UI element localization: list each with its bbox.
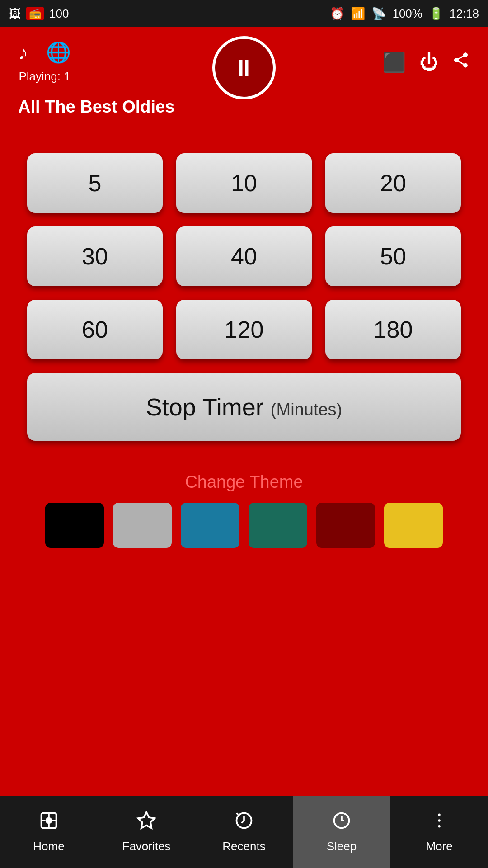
theme-swatch-yellow[interactable]	[384, 503, 443, 548]
battery-percent: 100%	[392, 7, 422, 21]
timer-btn-30[interactable]: 30	[27, 226, 163, 286]
timer-grid: 5 10 20 30 40 50 60 120 180	[27, 153, 461, 359]
home-icon	[39, 811, 59, 835]
timer-btn-180[interactable]: 180	[325, 300, 461, 359]
radio-icon: 📻	[26, 7, 44, 20]
theme-section: Change Theme	[0, 454, 488, 557]
svg-point-1	[46, 817, 52, 824]
theme-swatch-gray[interactable]	[113, 503, 172, 548]
nav-favorites[interactable]: Favorites	[98, 796, 195, 868]
stop-timer-main-label: Stop Timer	[146, 393, 264, 420]
music-note-icon: ♪	[18, 41, 28, 64]
theme-swatch-black[interactable]	[45, 503, 104, 548]
nav-more-label: More	[426, 840, 452, 854]
nav-favorites-label: Favorites	[122, 840, 171, 854]
timer-btn-20[interactable]: 20	[325, 153, 461, 213]
timer-btn-60[interactable]: 60	[27, 300, 163, 359]
photo-icon: 🖼	[9, 7, 21, 21]
nav-sleep-label: Sleep	[327, 840, 357, 854]
svg-point-11	[438, 825, 441, 828]
theme-swatch-blue[interactable]	[181, 503, 239, 548]
timer-btn-40[interactable]: 40	[176, 226, 312, 286]
nav-home-label: Home	[33, 840, 64, 854]
svg-point-9	[438, 813, 441, 816]
theme-swatch-teal[interactable]	[249, 503, 307, 548]
pause-icon: ⏸	[232, 56, 256, 80]
sleep-icon	[332, 811, 352, 835]
nav-more[interactable]: More	[390, 796, 488, 868]
globe-icon[interactable]: 🌐	[46, 41, 71, 64]
svg-point-10	[438, 819, 441, 822]
theme-swatch-darkred[interactable]	[316, 503, 375, 548]
top-left: ♪ 🌐 Playing: 1	[18, 41, 71, 84]
more-icon	[429, 811, 449, 835]
signal-count: 100	[49, 7, 69, 21]
status-bar: 🖼 📻 100 ⏰ 📶 📡 100% 🔋 12:18	[0, 0, 488, 27]
battery-icon: 🔋	[429, 7, 443, 21]
power-button[interactable]: ⏻	[419, 52, 438, 73]
clock: 12:18	[450, 7, 479, 21]
theme-title: Change Theme	[27, 472, 461, 492]
stop-button[interactable]: ⬛	[382, 51, 406, 73]
recents-icon	[234, 811, 254, 835]
nav-home[interactable]: Home	[0, 796, 98, 868]
signal-icon: 📡	[371, 7, 386, 21]
alarm-icon: ⏰	[330, 7, 344, 21]
timer-btn-10[interactable]: 10	[176, 153, 312, 213]
svg-marker-6	[138, 812, 155, 828]
nav-recents[interactable]: Recents	[195, 796, 293, 868]
nav-sleep[interactable]: Sleep	[293, 796, 390, 868]
star-icon	[136, 811, 156, 835]
timer-section: 5 10 20 30 40 50 60 120 180 Stop Timer (…	[0, 126, 488, 454]
timer-btn-120[interactable]: 120	[176, 300, 312, 359]
top-controls: ♪ 🌐 Playing: 1 ⏸ ⬛ ⏻	[0, 27, 488, 93]
top-right: ⬛ ⏻	[382, 51, 470, 74]
timer-btn-5[interactable]: 5	[27, 153, 163, 213]
nav-recents-label: Recents	[222, 840, 265, 854]
playing-label: Playing: 1	[19, 70, 70, 84]
stop-timer-button[interactable]: Stop Timer (Minutes)	[27, 373, 461, 441]
pause-button[interactable]: ⏸	[212, 36, 276, 99]
wifi-icon: 📶	[351, 7, 365, 21]
bottom-nav: Home Favorites Recents Sleep	[0, 796, 488, 868]
timer-btn-50[interactable]: 50	[325, 226, 461, 286]
share-button[interactable]	[452, 51, 470, 74]
theme-colors	[27, 503, 461, 548]
stop-timer-sub-label: (Minutes)	[271, 400, 342, 419]
